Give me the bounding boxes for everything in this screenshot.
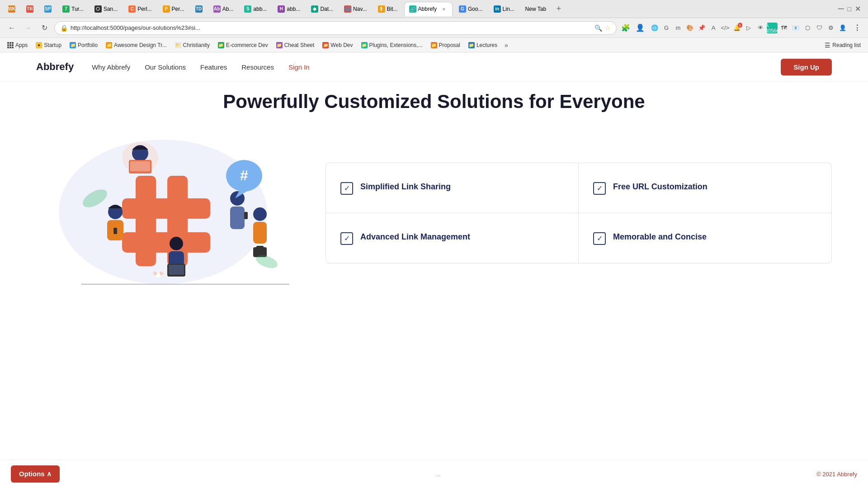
nav-our-solutions[interactable]: Our Solutions — [145, 63, 186, 71]
toolbar-icon-badge[interactable]: A 4056€ — [767, 23, 778, 33]
tab-label-bit: Bit... — [387, 6, 398, 12]
tab-td[interactable]: TD — [191, 2, 207, 16]
nav-why-abbrefy[interactable]: Why Abbrefy — [92, 63, 130, 71]
tab-abbrefy-active[interactable]: 🔗 Abbrefy × — [404, 2, 453, 16]
toolbar-icon-6[interactable]: A — [708, 23, 719, 33]
tab-lin[interactable]: in Lin... — [489, 2, 519, 16]
bookmark-portfolio[interactable]: 📁 Portfolio — [66, 40, 101, 51]
toolbar-icon-8[interactable]: ▷ — [743, 23, 754, 33]
tab-per[interactable]: P Per... — [158, 2, 189, 16]
tab-label-new: New Tab — [525, 6, 546, 12]
bookmark-proposal-label: Proposal — [439, 42, 460, 48]
bookmark-webdev[interactable]: 📁 Web Dev — [319, 40, 356, 51]
toolbar-icon-10[interactable]: 🗺 — [778, 23, 789, 33]
nav-features[interactable]: Features — [200, 63, 227, 71]
toolbar-icon-5[interactable]: 📌 — [696, 23, 707, 33]
tab-ab[interactable]: Ab Ab... — [209, 2, 238, 16]
tab-nav[interactable]: 🌐 Nav... — [340, 2, 371, 16]
toolbar-icon-14[interactable]: ⚙ — [826, 23, 836, 33]
loading-text: ... — [436, 471, 441, 478]
tab-tr[interactable]: TR — [22, 2, 38, 16]
maximize-button[interactable]: □ — [848, 5, 851, 13]
toolbar-icon-2[interactable]: G — [661, 23, 672, 33]
tab-label-san: San... — [104, 6, 118, 12]
tab-c[interactable]: C Perl... — [124, 2, 156, 16]
nav-sign-in[interactable]: Sign In — [288, 63, 310, 71]
bookmark-christianity[interactable]: 📁 Christianity — [171, 40, 213, 51]
feature-simplified-link: ✓ Simplified Link Sharing — [326, 163, 579, 213]
url-bar[interactable]: 🔒 http://localhost:5000/pages/our-soluti… — [54, 21, 617, 35]
bookmark-proposal[interactable]: 📁 Proposal — [427, 40, 464, 51]
features-area: ✓ Simplified Link Sharing ✓ Free URL Cus… — [326, 163, 832, 263]
tab-bit[interactable]: ₿ Bit... — [373, 2, 402, 16]
reading-list-label: Reading list — [832, 42, 861, 48]
bookmark-lectures-icon: 📁 — [468, 42, 475, 48]
bookmark-cheatsheet[interactable]: 📁 Cheat Sheet — [273, 40, 318, 51]
tab-close-active[interactable]: × — [440, 5, 448, 13]
bookmark-lectures[interactable]: 📁 Lectures — [465, 40, 501, 51]
toolbar-icon-13[interactable]: 🛡 — [814, 23, 825, 33]
toolbar-icon-3[interactable]: m — [673, 23, 684, 33]
solutions-section: # ✓ Simplified Link Sharing — [36, 131, 832, 295]
feature-memorable: ✓ Memorable and Concise — [579, 213, 831, 263]
bookmark-plugins[interactable]: 📁 Plugins, Extensions,... — [358, 40, 426, 51]
nav-resources[interactable]: Resources — [241, 63, 274, 71]
tab-h[interactable]: H abb... — [273, 2, 305, 16]
tab-new[interactable]: New Tab — [521, 2, 551, 16]
tab-goo[interactable]: G Goo... — [454, 2, 487, 16]
site-logo[interactable]: Abbrefy — [36, 61, 74, 73]
back-button[interactable]: ← — [5, 22, 18, 34]
check-icon-3: ✓ — [340, 232, 353, 245]
toolbar-icon-9[interactable]: 👁 — [755, 23, 766, 33]
browser-chrome: WK TR SP 7 Tur... ⬡ San... C Perl... P P… — [0, 0, 868, 52]
bookmark-awesome-design[interactable]: 📁 Awesome Design Tr... — [102, 40, 170, 51]
extensions-icon[interactable]: 🧩 — [620, 23, 631, 33]
close-button[interactable]: ✕ — [855, 5, 861, 13]
profile-icon[interactable]: 👤 — [635, 23, 646, 33]
svg-text:#: # — [240, 167, 248, 183]
hero-illustration: # — [36, 131, 289, 293]
options-button[interactable]: Options ∧ — [11, 465, 60, 483]
bookmark-ecommerce-icon: 📁 — [218, 42, 224, 48]
bookmark-lectures-label: Lectures — [476, 42, 497, 48]
tab-wk[interactable]: WK — [4, 2, 20, 16]
bookmarks-bar: Apps ★ Startup 📁 Portfolio 📁 Awesome Des… — [0, 38, 868, 52]
bookmark-plugins-label: Plugins, Extensions,... — [369, 42, 423, 48]
toolbar-icon-user[interactable]: 👤 — [837, 23, 848, 33]
feature-text-3: Advanced Link Management — [360, 231, 470, 243]
menu-button[interactable]: ⋮ — [852, 23, 863, 33]
tab-s[interactable]: S abb... — [240, 2, 271, 16]
toolbar-icon-11[interactable]: 📧 — [790, 23, 801, 33]
forward-button[interactable]: → — [22, 22, 34, 34]
refresh-button[interactable]: ↻ — [38, 22, 51, 34]
tab-dat[interactable]: ◆ Dat... — [307, 2, 338, 16]
apps-bookmark[interactable]: Apps — [4, 40, 31, 51]
bookmark-startup[interactable]: ★ Startup — [32, 40, 65, 51]
reading-list-button[interactable]: ☰ Reading list — [821, 40, 864, 51]
bookmark-webdev-icon: 📁 — [322, 42, 329, 48]
tab-label-active: Abbrefy — [418, 6, 437, 12]
bookmark-portfolio-label: Portfolio — [78, 42, 98, 48]
nav-signup-button[interactable]: Sign Up — [781, 59, 832, 75]
toolbar-icon-notification[interactable]: 🔔1 — [731, 23, 742, 33]
toolbar-icon-12[interactable]: ⬡ — [802, 23, 813, 33]
tab-sp[interactable]: SP — [40, 2, 56, 16]
tab-gh[interactable]: ⬡ San... — [90, 2, 122, 16]
nav-links: Why Abbrefy Our Solutions Features Resou… — [92, 63, 781, 71]
toolbar-icon-4[interactable]: 🎨 — [684, 23, 695, 33]
bookmark-cheatsheet-label: Cheat Sheet — [284, 42, 315, 48]
svg-rect-8 — [130, 161, 150, 171]
star-icon[interactable]: ☆ — [605, 24, 611, 32]
minimize-button[interactable]: ─ — [838, 4, 844, 14]
toolbar-icon-1[interactable]: 🌐 — [649, 23, 660, 33]
toolbar-icon-7[interactable]: </> — [720, 23, 731, 33]
apps-grid-icon — [7, 42, 14, 48]
tab-favicon-active: 🔗 — [409, 5, 416, 13]
feature-text-4: Memorable and Concise — [613, 231, 707, 243]
page-content: Powerfully Customized Solutions for Ever… — [0, 82, 868, 304]
new-tab-button[interactable]: + — [552, 3, 565, 15]
tab-7[interactable]: 7 Tur... — [58, 2, 88, 16]
bookmark-ecommerce[interactable]: 📁 E-commerce Dev — [214, 40, 272, 51]
more-bookmarks-button[interactable]: » — [502, 42, 511, 49]
bookmark-plugins-icon: 📁 — [361, 42, 368, 48]
